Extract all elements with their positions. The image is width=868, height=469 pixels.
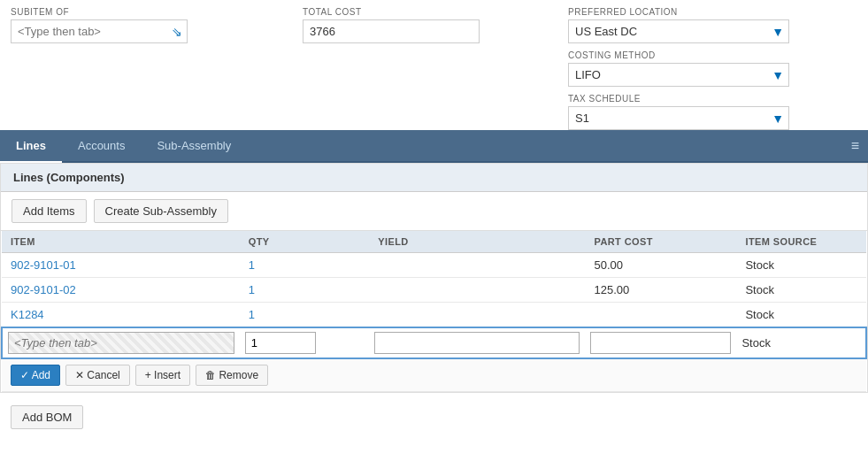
tab-menu-icon[interactable]: ≡ — [842, 131, 868, 161]
edit-item-input[interactable] — [8, 332, 234, 354]
subitem-input[interactable] — [11, 19, 188, 43]
row2-item-link[interactable]: 902-9101-02 — [11, 283, 76, 296]
tab-lines[interactable]: Lines — [0, 130, 62, 163]
total-cost-label: TOTAL COST — [303, 7, 550, 17]
edit-item-cell — [2, 327, 240, 358]
edit-yield-input[interactable] — [374, 332, 580, 354]
row2-yield — [369, 278, 585, 303]
row3-partcost — [585, 303, 736, 328]
lines-table: ITEM QTY YIELD PART COST ITEM SOURCE 902… — [1, 231, 867, 392]
preferred-location-label: PREFERRED LOCATION — [568, 7, 857, 17]
row3-item-link[interactable]: K1284 — [11, 308, 44, 321]
tab-subassembly[interactable]: Sub-Assembly — [141, 130, 247, 163]
row3-qty: 1 — [240, 303, 370, 328]
table-header-row: ITEM QTY YIELD PART COST ITEM SOURCE — [2, 231, 866, 253]
edit-row: Stock — [2, 327, 866, 358]
lines-header: Lines (Components) — [1, 164, 867, 192]
table-row: K1284 1 Stock — [2, 303, 866, 328]
preferred-location-select[interactable]: US East DC US West DC EU Central — [568, 19, 789, 43]
col-header-qty: QTY — [240, 231, 370, 253]
row2-qty: 1 — [240, 278, 370, 303]
row3-item[interactable]: K1284 — [2, 303, 240, 328]
lines-toolbar: Add Items Create Sub-Assembly — [1, 192, 867, 231]
col-header-yield: YIELD — [369, 231, 585, 253]
row1-source: Stock — [736, 253, 866, 278]
tab-accounts[interactable]: Accounts — [62, 130, 141, 163]
table-row: 902-9101-02 1 125.00 Stock — [2, 278, 866, 303]
col-header-partcost: PART COST — [585, 231, 736, 253]
remove-button[interactable]: 🗑 Remove — [196, 365, 268, 386]
add-bom-button[interactable]: Add BOM — [11, 405, 83, 429]
row1-yield — [369, 253, 585, 278]
costing-method-select[interactable]: LIFO FIFO Average — [568, 63, 789, 87]
row3-source: Stock — [736, 303, 866, 328]
row2-source: Stock — [736, 278, 866, 303]
bottom-section: Add BOM — [0, 393, 868, 442]
col-header-item: ITEM — [2, 231, 240, 253]
action-row: ✓ Add ✕ Cancel + Insert 🗑 Remove — [2, 358, 866, 392]
edit-qty-cell — [240, 327, 370, 358]
edit-partcost-input[interactable] — [590, 332, 731, 354]
row1-item[interactable]: 902-9101-01 — [2, 253, 240, 278]
row1-qty: 1 — [240, 253, 370, 278]
edit-partcost-cell — [585, 327, 736, 358]
add-items-button[interactable]: Add Items — [12, 199, 87, 223]
edit-qty-input[interactable] — [245, 332, 316, 354]
edit-yield-cell — [369, 327, 585, 358]
col-header-source: ITEM SOURCE — [736, 231, 866, 253]
total-cost-input[interactable] — [303, 19, 480, 43]
row2-partcost: 125.00 — [585, 278, 736, 303]
action-cell: ✓ Add ✕ Cancel + Insert 🗑 Remove — [2, 358, 866, 392]
row3-yield — [369, 303, 585, 328]
action-buttons: ✓ Add ✕ Cancel + Insert 🗑 Remove — [11, 365, 857, 386]
edit-source-cell: Stock — [736, 327, 866, 358]
table-row: 902-9101-01 1 50.00 Stock — [2, 253, 866, 278]
create-sub-assembly-button[interactable]: Create Sub-Assembly — [94, 199, 228, 223]
tax-schedule-label: TAX SCHEDULE — [568, 94, 857, 104]
cancel-button[interactable]: ✕ Cancel — [65, 365, 130, 386]
lines-section: Lines (Components) Add Items Create Sub-… — [0, 163, 868, 393]
row1-partcost: 50.00 — [585, 253, 736, 278]
insert-button[interactable]: + Insert — [135, 365, 190, 386]
add-button[interactable]: ✓ Add — [11, 365, 60, 386]
row1-item-link[interactable]: 902-9101-01 — [11, 258, 76, 272]
subitem-label: SUBITEM OF — [11, 7, 285, 17]
row2-item[interactable]: 902-9101-02 — [2, 278, 240, 303]
costing-method-label: COSTING METHOD — [568, 50, 857, 60]
tax-schedule-select[interactable]: S1 S2 None — [568, 106, 789, 130]
tabs-bar: Lines Accounts Sub-Assembly ≡ — [0, 130, 868, 163]
